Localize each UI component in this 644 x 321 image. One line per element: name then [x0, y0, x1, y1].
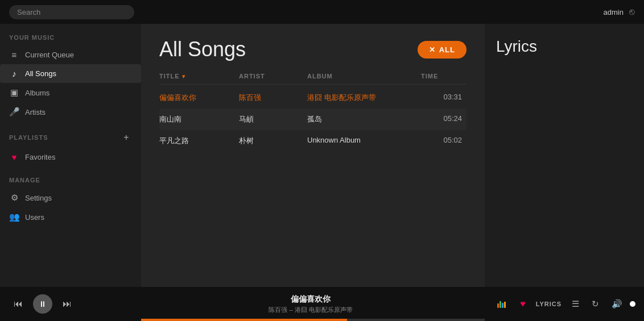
progress-bar[interactable] — [141, 319, 485, 321]
col-title[interactable]: TITLE ▾ — [159, 73, 239, 80]
manage-section: MANAGE ⚙ Settings 👥 Users — [0, 177, 141, 227]
song-album: Unknown Album — [307, 136, 421, 146]
now-playing-title: 偏偏喜欢你 — [125, 294, 496, 305]
users-icon: 👥 — [9, 212, 19, 222]
sidebar-item-label: Favorites — [25, 153, 55, 161]
song-album: 港囧 电影配乐原声带 — [307, 93, 421, 103]
table-row[interactable]: 平凡之路 朴树 Unknown Album 05:02 — [159, 130, 467, 152]
heart-icon: ♥ — [520, 299, 526, 309]
volume-thumb — [630, 301, 635, 307]
settings-icon: ⚙ — [9, 193, 19, 203]
col-artist[interactable]: ARTIST — [239, 73, 307, 80]
queue-icon: ≡ — [9, 50, 19, 60]
sort-arrow-icon: ▾ — [182, 73, 185, 80]
sidebar-item-favorites[interactable]: ♥ Favorites — [0, 148, 141, 166]
svg-rect-3 — [504, 302, 506, 308]
song-time: 03:31 — [421, 93, 467, 103]
main-layout: YOUR MUSIC ≡ Current Queue ♪ All Songs ▣… — [0, 24, 644, 287]
song-title: 偏偏喜欢你 — [159, 93, 239, 103]
sidebar-item-all-songs[interactable]: ♪ All Songs — [0, 64, 141, 83]
next-button[interactable]: ⏭ — [60, 297, 74, 311]
mic-icon: 🎤 — [9, 107, 19, 117]
player-controls: ⏮ ⏸ ⏭ — [11, 294, 125, 314]
logout-icon[interactable]: ⎋ — [629, 7, 635, 17]
sidebar-item-albums[interactable]: ▣ Albums — [0, 83, 141, 102]
song-title: 南山南 — [159, 114, 239, 124]
filter-icon: ✕ — [429, 45, 436, 54]
admin-label: admin — [604, 8, 624, 16]
sidebar-item-label: Users — [25, 213, 44, 222]
col-time[interactable]: TIME — [421, 73, 467, 80]
svg-rect-1 — [499, 301, 501, 308]
sidebar-item-label: Current Queue — [25, 51, 74, 59]
sidebar-item-current-queue[interactable]: ≡ Current Queue — [0, 45, 141, 64]
song-artist: 马頔 — [239, 114, 307, 124]
music-note-icon: ♪ — [9, 69, 19, 78]
repeat-button[interactable]: ↻ — [589, 297, 601, 311]
table-header: TITLE ▾ ARTIST ALBUM TIME — [159, 68, 467, 85]
filter-all-button[interactable]: ✕ ALL — [418, 41, 467, 59]
volume-icon[interactable]: 🔊 — [609, 297, 625, 311]
content-area: All Songs ✕ ALL TITLE ▾ ARTIST ALBUM TIM… — [141, 24, 485, 287]
playlists-section: PLAYLISTS + ♥ Favorites — [0, 132, 141, 166]
page-title: All Songs — [159, 37, 246, 61]
lyrics-panel: Lyrics — [485, 24, 644, 287]
bars-icon — [497, 300, 507, 308]
sidebar-item-label: All Songs — [25, 69, 56, 78]
sidebar-item-settings[interactable]: ⚙ Settings — [0, 188, 141, 207]
lyrics-panel-title: Lyrics — [496, 37, 633, 56]
progress-fill — [141, 319, 347, 321]
queue-view-button[interactable]: ☰ — [569, 297, 581, 311]
sidebar-item-label: Artists — [25, 108, 46, 116]
equalizer-button[interactable] — [495, 298, 510, 310]
right-controls: ♥ LYRICS ☰ ↻ 🔊 — [496, 297, 633, 311]
search-input[interactable] — [9, 5, 134, 19]
song-artist: 陈百强 — [239, 93, 307, 103]
heart-icon: ♥ — [9, 152, 19, 162]
song-artist: 朴树 — [239, 136, 307, 146]
topbar: admin ⎋ — [0, 0, 644, 24]
favorite-button[interactable]: ♥ — [518, 297, 528, 311]
your-music-label: YOUR MUSIC — [0, 34, 141, 45]
svg-rect-2 — [502, 303, 503, 308]
now-playing-subtitle: 陈百强 – 港囧 电影配乐原声带 — [125, 306, 496, 314]
now-playing: 偏偏喜欢你 陈百强 – 港囧 电影配乐原声带 — [125, 294, 496, 314]
song-time: 05:24 — [421, 114, 467, 124]
sidebar-item-users[interactable]: 👥 Users — [0, 207, 141, 227]
your-music-section: YOUR MUSIC ≡ Current Queue ♪ All Songs ▣… — [0, 34, 141, 122]
album-icon: ▣ — [9, 87, 19, 98]
songs-table: TITLE ▾ ARTIST ALBUM TIME 偏偏喜欢你 陈百强 港囧 电… — [141, 68, 485, 287]
prev-button[interactable]: ⏮ — [11, 297, 25, 311]
table-row[interactable]: 南山南 马頔 孤岛 05:24 — [159, 109, 467, 130]
player-bar: ⏮ ⏸ ⏭ 偏偏喜欢你 陈百强 – 港囧 电影配乐原声带 ♥ LYRICS ☰ … — [0, 287, 644, 321]
sidebar-item-label: Settings — [25, 194, 52, 202]
filter-label: ALL — [439, 45, 455, 54]
song-time: 05:02 — [421, 136, 467, 146]
playlists-label: PLAYLISTS — [9, 134, 48, 141]
svg-rect-0 — [497, 303, 499, 308]
playlists-header: PLAYLISTS + — [0, 132, 141, 148]
song-album: 孤岛 — [307, 114, 421, 124]
pause-button[interactable]: ⏸ — [33, 294, 52, 314]
sidebar-item-artists[interactable]: 🎤 Artists — [0, 102, 141, 122]
lyrics-button[interactable]: LYRICS — [536, 301, 562, 307]
sidebar-item-label: Albums — [25, 89, 49, 97]
sidebar: YOUR MUSIC ≡ Current Queue ♪ All Songs ▣… — [0, 24, 141, 287]
content-header: All Songs ✕ ALL — [141, 24, 485, 68]
song-title: 平凡之路 — [159, 136, 239, 146]
topbar-right: admin ⎋ — [604, 7, 635, 17]
table-row[interactable]: 偏偏喜欢你 陈百强 港囧 电影配乐原声带 03:31 — [159, 87, 467, 109]
manage-label: MANAGE — [0, 177, 141, 188]
col-album[interactable]: ALBUM — [307, 73, 421, 80]
add-playlist-button[interactable]: + — [121, 132, 132, 143]
